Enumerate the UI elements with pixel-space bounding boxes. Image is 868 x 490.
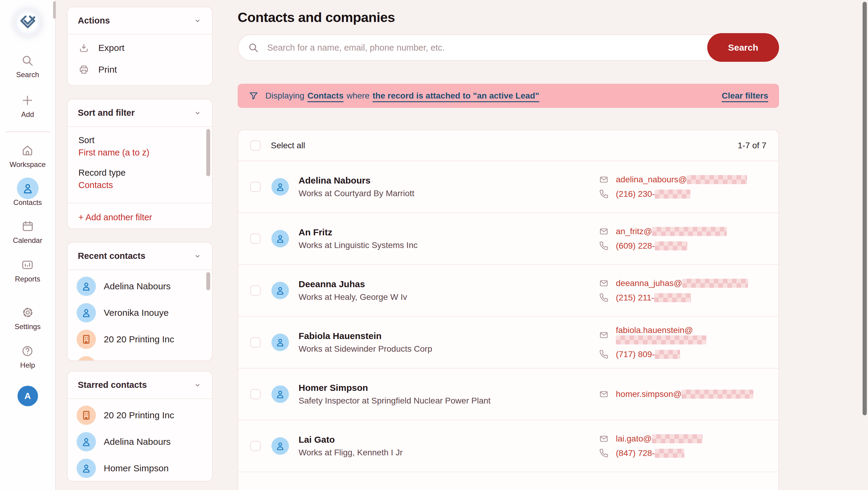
print-button[interactable]: Print <box>67 61 212 85</box>
table-row[interactable]: Lai Gato Works at Fligg, Kenneth I Jr la… <box>238 420 778 472</box>
contact-name[interactable]: Adelina Nabours <box>299 175 414 186</box>
sort-filter-panel-header[interactable]: Sort and filter <box>67 99 212 126</box>
contact-phone-link[interactable]: (215) 211- <box>616 293 691 302</box>
list-item[interactable]: Adelina Nabours <box>67 273 212 299</box>
table-row[interactable]: Adelina Nabours Works at Courtyard By Ma… <box>238 161 778 213</box>
email-line: fabiola.hauenstein@ <box>599 325 766 345</box>
person-icon <box>275 441 285 451</box>
contact-name[interactable]: Deeanna Juhas <box>299 279 407 289</box>
contact-phone-link[interactable]: (609) 228- <box>616 241 687 251</box>
table-row[interactable]: Deeanna Juhas Works at Healy, George W I… <box>238 265 778 317</box>
search-input[interactable] <box>238 34 779 61</box>
table-row[interactable]: Fabiola Hauenstein Works at Sidewinder P… <box>238 317 778 368</box>
person-avatar <box>272 437 289 455</box>
chevron-down-icon[interactable] <box>193 381 202 389</box>
contact-name[interactable]: An Fritz <box>299 227 418 237</box>
contact-name[interactable]: Homer Simpson <box>299 383 491 393</box>
contact-phone-text: (847) 728- <box>616 449 655 458</box>
list-item[interactable]: Adelina Nabours <box>67 428 212 455</box>
mini-avatar <box>76 330 96 349</box>
sort-value-link[interactable]: First name (a to z) <box>79 148 201 158</box>
table-row[interactable]: Homer Simpson Safety Inspector at Spring… <box>238 368 778 420</box>
phone-icon <box>599 293 609 302</box>
sidebar-item-workspace[interactable]: Workspace <box>10 144 46 169</box>
search-button[interactable]: Search <box>707 33 779 62</box>
mini-avatar <box>76 405 96 425</box>
email-line: lai.gato@ <box>599 434 766 444</box>
contact-email-link[interactable]: an_fritz@ <box>616 227 727 236</box>
row-checkbox[interactable] <box>250 285 260 296</box>
mini-label: Adelina Nabours <box>104 281 171 291</box>
row-checkbox[interactable] <box>250 389 260 399</box>
action-label: Print <box>98 64 117 75</box>
contact-name[interactable]: Fabiola Hauenstein <box>299 331 432 341</box>
contact-email-link[interactable]: homer.simpson@ <box>616 389 753 399</box>
mini-avatar <box>76 276 96 296</box>
list-item[interactable]: 20 20 Printing Inc <box>67 326 212 353</box>
contact-email-link[interactable]: deeanna_juhas@ <box>616 279 748 288</box>
email-line: homer.simpson@ <box>599 389 766 399</box>
panel-scrollbar[interactable] <box>206 272 210 290</box>
mini-label: Adelina Nabours <box>104 437 171 447</box>
contacts-filter-link[interactable]: Contacts <box>307 91 343 101</box>
actions-panel-header[interactable]: Actions <box>67 7 212 34</box>
clear-filters-link[interactable]: Clear filters <box>722 91 768 101</box>
export-button[interactable]: Export <box>67 35 212 61</box>
sidebar-item-settings[interactable]: Settings <box>14 306 41 331</box>
starred-contacts-header[interactable]: Starred contacts <box>67 371 212 398</box>
row-checkbox[interactable] <box>250 337 260 348</box>
app-logo[interactable] <box>13 8 42 37</box>
chevron-down-icon[interactable] <box>193 17 202 25</box>
sidebar-item-help[interactable]: Help <box>20 345 35 369</box>
sort-filter-panel: Sort and filter Sort First name (a to z)… <box>67 99 213 229</box>
list-item[interactable]: C 4 Network Inc <box>67 353 212 361</box>
list-item[interactable]: 20 20 Printing Inc <box>67 402 212 428</box>
record-type-value-link[interactable]: Contacts <box>79 180 201 190</box>
record-type-label: Record type <box>79 168 201 178</box>
page-scrollbar[interactable] <box>863 2 867 415</box>
contacts-list-panel: Select all 1-7 of 7 Adelina Nabours Work… <box>238 130 779 490</box>
contact-phone-link[interactable]: (847) 728- <box>616 449 684 458</box>
calendar-icon <box>22 220 34 233</box>
list-header-row: Select all 1-7 of 7 <box>238 130 778 161</box>
row-checkbox[interactable] <box>250 441 260 451</box>
row-checkbox[interactable] <box>250 182 260 192</box>
mail-icon <box>599 279 609 288</box>
mini-avatar <box>76 459 96 478</box>
add-filter-button[interactable]: + Add another filter <box>67 203 212 229</box>
contact-phone-text: (717) 809- <box>616 350 655 359</box>
contact-phone-link[interactable]: (216) 230- <box>616 189 690 199</box>
user-avatar[interactable]: A <box>18 386 38 406</box>
home-icon <box>21 144 34 157</box>
contact-email-link[interactable]: adelina_nabours@ <box>616 175 747 184</box>
email-redacted <box>616 335 706 345</box>
select-all-checkbox[interactable] <box>250 140 260 151</box>
contact-email-link[interactable]: lai.gato@ <box>616 434 703 443</box>
contact-email-link[interactable]: fabiola.hauenstein@ <box>616 325 706 345</box>
chevron-down-icon[interactable] <box>193 252 202 260</box>
page-title: Contacts and companies <box>238 10 779 25</box>
sidebar-item-search[interactable]: Search <box>16 54 39 79</box>
mini-label: Veronika Inouye <box>104 308 168 318</box>
actions-panel: Actions Export Print <box>67 7 213 86</box>
row-checkbox[interactable] <box>250 233 260 244</box>
recent-contacts-header[interactable]: Recent contacts <box>67 242 212 269</box>
sidebar-item-reports[interactable]: Reports <box>15 259 40 283</box>
contact-name[interactable]: Lai Gato <box>299 434 403 445</box>
panel-scrollbar[interactable] <box>206 129 210 176</box>
rail-scrollbar[interactable] <box>53 1 56 19</box>
result-count: 1-7 of 7 <box>738 141 766 151</box>
chevron-down-icon[interactable] <box>193 109 202 117</box>
sidebar-item-add[interactable]: Add <box>21 94 34 119</box>
list-item[interactable]: Homer Simpson <box>67 455 212 482</box>
contact-phone-link[interactable]: (717) 809- <box>616 350 680 359</box>
contact-email-text: adelina_nabours@ <box>616 175 687 184</box>
phone-line: (215) 211- <box>599 293 766 302</box>
avatar-icon <box>81 334 92 345</box>
sidebar-item-contacts[interactable]: Contacts <box>13 182 42 207</box>
table-row[interactable]: An Fritz Works at Linguistic Systems Inc… <box>238 213 778 265</box>
sidebar-item-calendar[interactable]: Calendar <box>13 220 42 245</box>
person-avatar <box>272 230 289 248</box>
list-item[interactable]: Veronika Inouye <box>67 299 212 326</box>
lead-filter-link[interactable]: the record is attached to "an active Lea… <box>372 91 539 101</box>
